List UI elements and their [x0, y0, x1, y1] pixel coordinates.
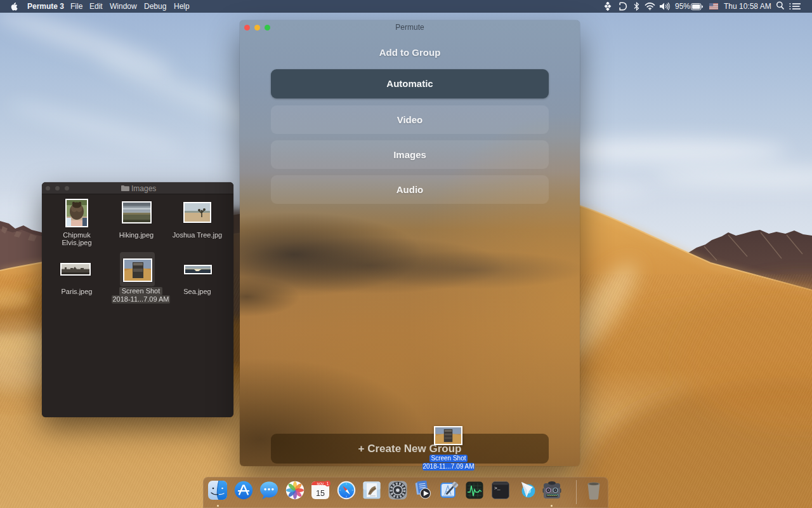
svg-text:>_: >_ — [494, 485, 501, 491]
svg-text:1: 1 — [327, 481, 329, 486]
svg-text:NOV: NOV — [317, 482, 325, 486]
svg-text:15: 15 — [316, 489, 325, 498]
